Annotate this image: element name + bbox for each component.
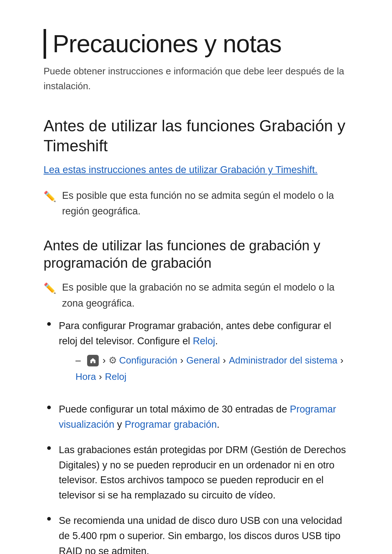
section1-note-text: Es posible que esta función no se admita… — [62, 188, 348, 219]
bullet3-text: Las grabaciones están protegidas por DRM… — [59, 443, 348, 503]
section1-title: Antes de utilizar las funciones Grabació… — [44, 116, 348, 156]
list-item: Para configurar Programar grabación, ant… — [44, 319, 348, 392]
nav-admin[interactable]: Administrador del sistema — [229, 353, 337, 368]
bullet-list: Para configurar Programar grabación, ant… — [44, 319, 348, 554]
bullet1-text: Para configurar Programar grabación, ant… — [59, 319, 348, 392]
section2-title: Antes de utilizar las funciones de graba… — [44, 237, 348, 272]
accent-bar — [44, 29, 46, 59]
nav-hora[interactable]: Hora — [75, 369, 96, 384]
bullet-dot — [47, 446, 51, 450]
bullet-dot — [47, 322, 51, 326]
list-item: Se recomienda una unidad de disco duro U… — [44, 513, 348, 554]
main-title: Precauciones y notas — [53, 29, 281, 59]
chevron-icon: › — [223, 353, 226, 368]
nav-general[interactable]: General — [186, 353, 220, 368]
chevron-icon: › — [180, 353, 184, 368]
home-icon — [87, 355, 99, 366]
chevron-icon: › — [102, 353, 106, 368]
main-title-section: Precauciones y notas — [44, 29, 348, 59]
nav-path: – › ⚙ Configuración › General › Administ… — [75, 353, 348, 384]
pencil-icon-2: ✏️ — [44, 280, 56, 297]
chevron-icon: › — [340, 353, 344, 368]
section2-note-text: Es posible que la grabación no se admita… — [62, 280, 348, 311]
settings-icon: ⚙ — [109, 353, 117, 368]
reloj-link[interactable]: Reloj — [193, 336, 215, 346]
section1-note: ✏️ Es posible que esta función no se adm… — [44, 188, 348, 219]
bullet-dot — [47, 517, 51, 521]
main-subtitle: Puede obtener instrucciones e informació… — [44, 64, 348, 94]
pencil-icon: ✏️ — [44, 189, 56, 205]
bullet2-text: Puede configurar un total máximo de 30 e… — [59, 402, 348, 432]
chevron-icon: › — [99, 369, 102, 384]
nav-dash: – — [75, 353, 81, 368]
bullet-dot — [47, 406, 51, 409]
list-item: Las grabaciones están protegidas por DRM… — [44, 443, 348, 503]
highlighted-instruction: Lea estas instrucciones antes de utiliza… — [44, 162, 348, 178]
nav-reloj[interactable]: Reloj — [105, 369, 126, 384]
list-item: Puede configurar un total máximo de 30 e… — [44, 402, 348, 432]
bullet4-text: Se recomienda una unidad de disco duro U… — [59, 513, 348, 554]
programar-grabacion-link[interactable]: Programar grabación — [125, 419, 217, 430]
section2-note: ✏️ Es posible que la grabación no se adm… — [44, 280, 348, 311]
nav-configuracion[interactable]: Configuración — [119, 353, 177, 368]
